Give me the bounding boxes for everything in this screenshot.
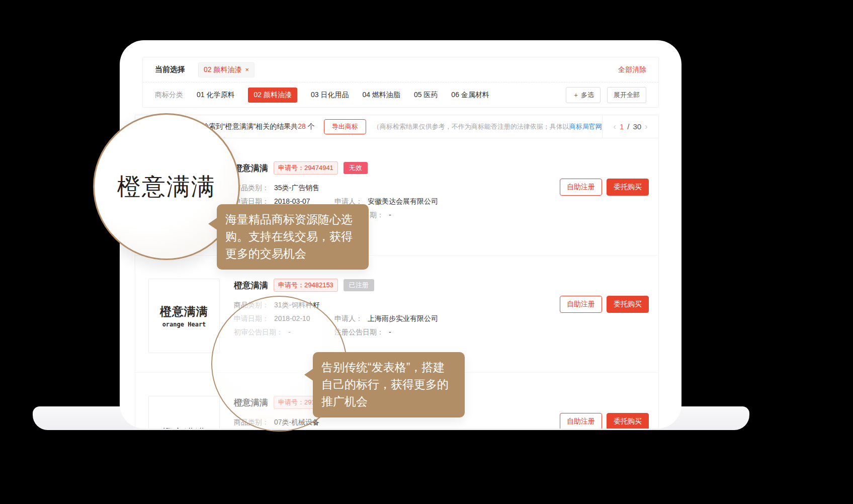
applicant-field: 申请人：上海雨步实业有限公司 xyxy=(334,312,438,325)
status-badge: 无效 xyxy=(344,162,368,174)
trademark-image-text: 橙意满满 xyxy=(160,304,208,319)
status-badge: 已注册 xyxy=(344,279,374,291)
category-item-05[interactable]: 05 医药 xyxy=(414,91,438,100)
page-stage: 当前选择 02 颜料油漆 × 全部清除 商标分类 01 化学原料 02 颜料油漆… xyxy=(0,0,853,504)
current-selection-row: 当前选择 02 颜料油漆 × 全部清除 xyxy=(143,57,658,82)
selected-filter-tag[interactable]: 02 颜料油漆 × xyxy=(198,62,254,77)
reg-publication-field: 注册公告日期：- xyxy=(334,325,391,339)
trademark-image[interactable]: 橙意满满 xyxy=(148,396,220,429)
application-number-tag: 申请号：29474941 xyxy=(274,161,338,175)
chevron-right-icon[interactable]: › xyxy=(645,122,648,132)
disclaimer-prefix: （商标检索结果仅供参考，不作为商标能否注册的法律依据；具体以 xyxy=(373,123,569,130)
trademark-name[interactable]: 橙意满满 xyxy=(234,280,268,291)
application-number-tag: 申请号：29482153 xyxy=(274,279,338,292)
category-item-06[interactable]: 06 金属材料 xyxy=(451,91,489,100)
trademark-image-subtext: orange Heart xyxy=(162,321,206,328)
category-item-02-active[interactable]: 02 颜料油漆 xyxy=(248,88,297,103)
row-actions: 自助注册 委托购买 xyxy=(560,413,648,429)
category-item-04[interactable]: 04 燃料油脂 xyxy=(362,91,400,100)
expand-all-button[interactable]: 展开全部 xyxy=(607,87,646,103)
pagination-separator: / xyxy=(627,122,629,131)
export-trademarks-button[interactable]: 导出商标 xyxy=(324,119,366,134)
category-field: 商品类别：35类-广告销售 xyxy=(234,181,319,195)
pagination-current: 1 xyxy=(620,122,624,131)
clear-all-button[interactable]: 全部清除 xyxy=(618,65,646,74)
trademark-office-link[interactable]: 商标局官网 xyxy=(569,123,602,130)
filter-panel: 当前选择 02 颜料油漆 × 全部清除 商标分类 01 化学原料 02 颜料油漆… xyxy=(142,57,659,108)
tooltip-promotion: 告别传统“发表格”，搭建自己的标行，获得更多的推广机会 xyxy=(313,352,465,417)
selected-filter-tag-text: 02 颜料油漆 xyxy=(204,65,241,74)
self-register-button[interactable]: 自助注册 xyxy=(560,413,602,429)
results-count-suffix: 个 xyxy=(306,122,315,130)
magnified-trademark-text: 橙意满满 xyxy=(117,171,216,203)
current-selection-label: 当前选择 xyxy=(155,65,185,74)
pagination-total: 30 xyxy=(633,122,641,131)
row-actions: 自助注册 委托购买 xyxy=(560,296,648,353)
trademark-image[interactable]: 橙意满满 orange Heart xyxy=(148,279,220,353)
trademark-image-text: 橙意满满 xyxy=(162,426,206,429)
entrust-purchase-button[interactable]: 委托购买 xyxy=(607,296,649,313)
trademark-name[interactable]: 橙意满满 xyxy=(234,162,268,174)
entrust-purchase-button[interactable]: 委托购买 xyxy=(607,413,649,429)
multi-select-button[interactable]: ＋ 多选 xyxy=(566,87,601,103)
category-row: 商标分类 01 化学原料 02 颜料油漆 03 日化用品 04 燃料油脂 05 … xyxy=(143,82,658,107)
category-row-label: 商标分类 xyxy=(155,91,183,100)
chevron-left-icon[interactable]: ‹ xyxy=(613,122,616,132)
row-actions: 自助注册 委托购买 xyxy=(560,179,648,236)
results-count: 28 xyxy=(298,122,306,130)
self-register-button[interactable]: 自助注册 xyxy=(560,179,602,196)
entrust-purchase-button[interactable]: 委托购买 xyxy=(607,179,649,196)
results-disclaimer: （商标检索结果仅供参考，不作为商标能否注册的法律依据；具体以商标局官网查询为准。… xyxy=(373,122,602,131)
pagination: ‹ 1 / 30 › xyxy=(602,115,658,138)
category-item-01[interactable]: 01 化学原料 xyxy=(197,91,234,100)
self-register-button[interactable]: 自助注册 xyxy=(560,296,602,313)
tooltip-marketplace: 海量精品商标资源随心选购。支持在线交易，获得更多的交易机会 xyxy=(217,204,369,270)
close-icon[interactable]: × xyxy=(245,66,249,73)
category-item-03[interactable]: 03 日化用品 xyxy=(311,91,349,100)
category-actions: ＋ 多选 展开全部 xyxy=(566,87,646,103)
